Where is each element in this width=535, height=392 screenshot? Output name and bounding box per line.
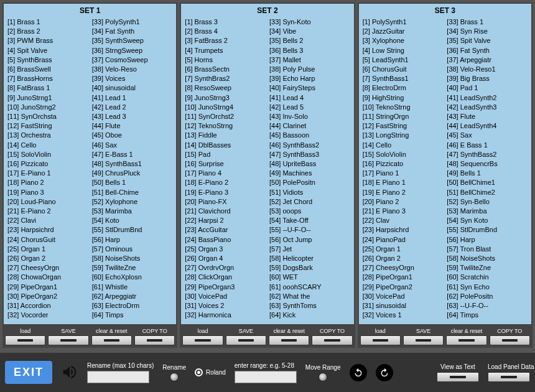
patch-item[interactable]: [1] Brass 1 [7, 17, 88, 27]
patch-item[interactable]: [23] Harpsichrd [363, 225, 444, 235]
patch-item[interactable]: [34] Fat Synth [92, 27, 173, 36]
patch-item[interactable]: [12] TeknoStrng [185, 121, 266, 131]
patch-item[interactable]: [43] Inv-Solo [269, 112, 350, 121]
patch-item[interactable]: [52] Syn-Bello [447, 197, 528, 207]
patch-item[interactable]: [24] ChorusGuit [7, 235, 88, 245]
patch-item[interactable]: [31] Voices 2 [185, 301, 266, 310]
button-face[interactable] [446, 335, 486, 345]
patch-item[interactable]: [30] PipeOrgan2 [7, 292, 88, 301]
patch-item[interactable]: [39] Voices [92, 74, 173, 83]
patch-item[interactable]: [25] Organ 1 [7, 245, 88, 254]
patch-item[interactable]: [5] Horns [185, 55, 266, 65]
patch-item[interactable]: [35] SynthSweep [92, 36, 173, 45]
exit-button[interactable]: EXIT [5, 361, 52, 384]
patch-item[interactable]: [34] Syn Rise [447, 27, 528, 36]
patch-item[interactable]: [30] VoicePad [363, 292, 444, 301]
patch-item[interactable]: [2] JazzGuitar [363, 27, 444, 36]
patch-item[interactable]: [2] Brass 4 [185, 27, 266, 36]
patch-item[interactable]: [45] Sax [447, 131, 528, 140]
patch-item[interactable]: [33] PolySynth1 [92, 17, 173, 27]
patch-item[interactable]: [61] Whistle [92, 282, 173, 292]
patch-item[interactable]: [48] UpriteBass [269, 159, 350, 169]
patch-item[interactable]: [41] Lead 1 [92, 93, 173, 103]
patch-item[interactable]: [46] E Bass 1 [447, 141, 528, 150]
button-face[interactable] [269, 335, 309, 345]
rename-input[interactable] [87, 371, 149, 383]
patch-item[interactable]: [13] LongString [363, 131, 444, 140]
button-face[interactable] [403, 335, 444, 345]
patch-item[interactable]: [60] WET [269, 273, 350, 282]
redo-button[interactable] [376, 364, 393, 381]
patch-item[interactable]: [50] PolePositn [269, 178, 350, 187]
patch-item[interactable]: [29] PipeOrgan2 [363, 282, 444, 292]
patch-item[interactable]: [44] LeadSynth4 [447, 121, 528, 131]
patch-item[interactable]: [37] Arpeggiatr [447, 55, 528, 65]
patch-item[interactable]: [18] E Piano 1 [363, 178, 444, 187]
button-face[interactable] [312, 335, 352, 345]
button-face[interactable] [134, 335, 175, 345]
patch-item[interactable]: [4] Spit Valve [7, 46, 88, 55]
patch-item[interactable]: [40] sinusoidal [92, 83, 173, 93]
patch-item[interactable]: [7] SynthBass1 [363, 74, 444, 83]
patch-item[interactable]: [64] Kick [269, 310, 350, 320]
patch-item[interactable]: [28] ChowaOrgan [7, 273, 88, 282]
patch-item[interactable]: [4] Trumpets [185, 46, 266, 55]
patch-item[interactable]: [3] FatBrass 2 [185, 36, 266, 45]
load-panel-button[interactable] [488, 372, 530, 382]
patch-item[interactable]: [41] LeadSynth2 [447, 93, 528, 103]
patch-item[interactable]: [25] Organ 1 [363, 245, 444, 254]
patch-item[interactable]: [55] --U-F-O-- [269, 225, 350, 235]
patch-item[interactable]: [38] Velo-Reso1 [447, 65, 528, 74]
patch-item[interactable]: [35] Bells 2 [269, 36, 350, 45]
patch-item[interactable]: [9] JunoStrng3 [185, 93, 266, 103]
patch-item[interactable]: [49] Bells 1 [447, 169, 528, 178]
patch-item[interactable]: [37] CosmoSweep [92, 55, 173, 65]
patch-item[interactable]: [33] Syn-Koto [269, 17, 350, 27]
patch-item[interactable]: [17] Piano 4 [185, 169, 266, 178]
patch-item[interactable]: [20] Piano 2 [363, 197, 444, 207]
patch-item[interactable]: [15] SoloViolin [363, 150, 444, 159]
patch-item[interactable]: [21] E Piano 3 [363, 207, 444, 216]
patch-item[interactable]: [22] Clavi [7, 216, 88, 225]
button-face[interactable] [91, 335, 132, 345]
patch-item[interactable]: [8] FatBrass 1 [7, 83, 88, 93]
patch-item[interactable]: [38] Velo-Reso [92, 65, 173, 74]
patch-item[interactable]: [2] Brass 2 [7, 27, 88, 36]
patch-item[interactable]: [50] Bells 1 [92, 178, 173, 187]
patch-item[interactable]: [51] Vidiots [269, 188, 350, 197]
patch-item[interactable]: [4] Low String [363, 46, 444, 55]
patch-item[interactable]: [22] Harpsi 2 [185, 216, 266, 225]
patch-item[interactable]: [44] Flute [92, 121, 173, 131]
patch-item[interactable]: [42] LeadSynth3 [447, 103, 528, 112]
patch-item[interactable]: [21] E-Piano 2 [7, 207, 88, 216]
patch-item[interactable]: [3] Xylophone [363, 36, 444, 45]
patch-item[interactable]: [35] Spit Valve [447, 36, 528, 45]
patch-item[interactable]: [47] SynthBass2 [447, 150, 528, 159]
button-face[interactable] [5, 335, 45, 345]
patch-item[interactable]: [38] Poly Pulse [269, 65, 350, 74]
patch-item[interactable]: [24] PianoPad [363, 235, 444, 245]
patch-item[interactable]: [61] Syn Echo [447, 282, 528, 292]
patch-item[interactable]: [19] E Piano 2 [363, 188, 444, 197]
patch-item[interactable]: [60] Scratchin [447, 273, 528, 282]
patch-item[interactable]: [40] FairySteps [269, 83, 350, 93]
patch-item[interactable]: [51] Bell-Chime [92, 188, 173, 197]
patch-item[interactable]: [9] JunoStrng1 [7, 93, 88, 103]
patch-item[interactable]: [15] Pad [185, 150, 266, 159]
patch-item[interactable]: [22] Clav [363, 216, 444, 225]
patch-item[interactable]: [14] Cello [7, 141, 88, 150]
patch-item[interactable]: [31] Accordion [7, 301, 88, 310]
patch-item[interactable]: [27] CheesyOrgn [7, 263, 88, 273]
patch-item[interactable]: [5] SynthBrass [7, 55, 88, 65]
patch-item[interactable]: [54] Koto [92, 216, 173, 225]
patch-item[interactable]: [60] EchoXplosn [92, 273, 173, 282]
patch-item[interactable]: [36] StrngSweep [92, 46, 173, 55]
patch-item[interactable]: [10] JunoStrng2 [7, 103, 88, 112]
patch-item[interactable]: [49] ChrusPluck [92, 169, 173, 178]
patch-item[interactable]: [54] Take-Off [269, 216, 350, 225]
patch-item[interactable]: [46] Sax [92, 141, 173, 150]
patch-item[interactable]: [36] Bells 3 [269, 46, 350, 55]
patch-item[interactable]: [8] ElectroDrm [363, 83, 444, 93]
patch-item[interactable]: [12] FastString [363, 121, 444, 131]
patch-item[interactable]: [56] Oct Jump [269, 235, 350, 245]
